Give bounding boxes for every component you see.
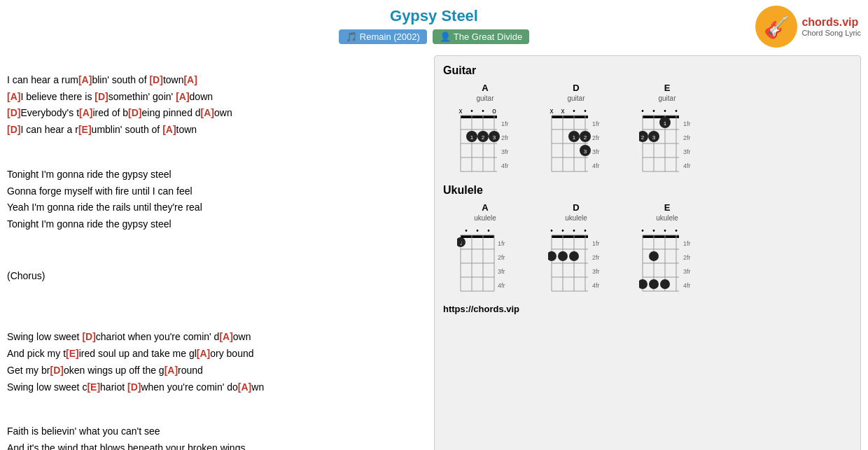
svg-text:2fr: 2fr (501, 134, 509, 141)
svg-text:2fr: 2fr (592, 254, 600, 261)
svg-text:x: x (561, 107, 565, 115)
svg-point-133 (660, 279, 670, 289)
svg-text:1: 1 (664, 120, 667, 127)
svg-text:4fr: 4fr (501, 162, 509, 169)
svg-text:♩: ♩ (460, 241, 462, 246)
svg-text:4fr: 4fr (592, 162, 600, 169)
ukulele-section-title: Ukulele (443, 184, 852, 197)
svg-text:1fr: 1fr (501, 120, 509, 127)
svg-text:1fr: 1fr (498, 240, 505, 247)
svg-text:•: • (476, 227, 479, 234)
svg-text:2fr: 2fr (683, 134, 691, 141)
chord-A9: [A] (197, 348, 210, 359)
svg-point-130 (649, 251, 659, 261)
badges-row: 🎵 Remain (2002) 👤 The Great Divide (0, 29, 868, 44)
logo-area: 🎸 chords.vip Chord Song Lyric (755, 6, 861, 48)
logo-name: chords.vip (802, 16, 861, 29)
svg-text:•: • (675, 107, 678, 115)
svg-rect-116 (643, 235, 679, 238)
guitar-D-svg: x x • • 1fr (548, 105, 604, 175)
chord-D8: [D] (127, 381, 141, 393)
svg-text:2fr: 2fr (683, 254, 691, 261)
svg-text:1fr: 1fr (683, 240, 691, 247)
artist-icon: 👤 (440, 31, 451, 42)
ukulele-E-svg: • • • • 1fr (639, 225, 695, 295)
svg-text:x: x (550, 107, 554, 115)
svg-text:•: • (584, 107, 587, 115)
svg-text:•: • (641, 107, 644, 115)
guitar-chord-D: D guitar x x • • (534, 83, 618, 177)
chord-A4: [A] (176, 91, 189, 102)
svg-text:3fr: 3fr (501, 148, 509, 155)
ukulele-chord-A: A ukulele • • • (443, 202, 527, 297)
svg-text:•: • (584, 227, 587, 234)
svg-text:•: • (641, 227, 644, 234)
svg-text:2fr: 2fr (498, 254, 505, 261)
ukulele-chord-D: D ukulele • • • • (534, 202, 618, 297)
svg-text:•: • (470, 107, 473, 115)
chord-D7: [D] (50, 365, 63, 376)
chord-A6: [A] (201, 107, 214, 118)
svg-text:1fr: 1fr (592, 240, 600, 247)
svg-text:4fr: 4fr (683, 162, 691, 169)
svg-text:•: • (487, 227, 490, 234)
svg-text:•: • (573, 227, 575, 234)
svg-text:3fr: 3fr (683, 148, 691, 155)
svg-text:3: 3 (493, 134, 496, 141)
album-icon: 🎵 (346, 31, 357, 42)
chord-D4: [D] (128, 107, 141, 118)
chord-A: [A] (78, 74, 92, 85)
svg-text:•: • (652, 107, 655, 115)
svg-text:•: • (465, 227, 468, 234)
chord-A3: [A] (7, 91, 20, 102)
chord-D2: [D] (94, 91, 108, 102)
svg-text:1fr: 1fr (592, 120, 600, 127)
svg-rect-28 (552, 115, 588, 118)
svg-point-111 (569, 251, 579, 261)
guitar-section-title: Guitar (443, 64, 852, 77)
logo-icon: 🎸 (755, 6, 797, 48)
guitar-E-svg: • • • • 1fr (639, 105, 695, 175)
chord-A5: [A] (79, 107, 92, 118)
svg-rect-52 (643, 115, 679, 118)
logo-sub: Chord Song Lyric (802, 29, 861, 37)
ukulele-chord-diagrams: A ukulele • • • (443, 202, 852, 297)
svg-point-132 (649, 279, 659, 289)
lyrics-text: I can hear a rum[A]blin' south of [D]tow… (7, 55, 420, 450)
svg-text:x: x (459, 107, 463, 115)
page-header: Gypsy Steel 🎵 Remain (2002) 👤 The Great … (0, 0, 868, 48)
chord-D: [D] (149, 74, 162, 85)
svg-text:2: 2 (641, 134, 645, 141)
svg-text:3fr: 3fr (498, 268, 505, 275)
chord-D6: [D] (82, 331, 95, 342)
svg-rect-4 (461, 115, 497, 118)
ukulele-A-svg: • • • 1fr 2fr (457, 225, 513, 295)
svg-text:3fr: 3fr (683, 268, 691, 275)
svg-text:•: • (664, 107, 666, 115)
svg-text:1fr: 1fr (683, 120, 691, 127)
svg-point-109 (548, 251, 556, 261)
ukulele-chord-E: E ukulele • • • • (625, 202, 709, 297)
chord-A7: [A] (162, 124, 176, 135)
guitar-chord-A: A guitar x • • o (443, 83, 527, 177)
chord-E2: [E] (66, 348, 79, 359)
lyrics-column: I can hear a rum[A]blin' south of [D]tow… (7, 55, 434, 450)
chord-D5: [D] (7, 124, 20, 135)
chord-A10: [A] (164, 365, 178, 376)
guitar-chord-E: E guitar • • • • (625, 83, 709, 177)
svg-text:2fr: 2fr (592, 134, 600, 141)
svg-text:•: • (652, 227, 655, 234)
svg-text:o: o (492, 107, 496, 115)
guitar-A-svg: x • • o (457, 105, 513, 175)
guitar-chord-diagrams: A guitar x • • o (443, 83, 852, 177)
chord-D3: [D] (7, 107, 20, 118)
chord-A8: [A] (219, 331, 232, 342)
svg-point-110 (558, 251, 568, 261)
svg-text:3fr: 3fr (592, 148, 600, 155)
svg-text:•: • (482, 107, 484, 115)
album-label: Remain (2002) (360, 31, 420, 42)
svg-text:•: • (664, 227, 666, 234)
svg-text:1: 1 (470, 134, 474, 141)
artist-badge[interactable]: 👤 The Great Divide (433, 29, 529, 44)
album-badge[interactable]: 🎵 Remain (2002) (339, 29, 427, 44)
